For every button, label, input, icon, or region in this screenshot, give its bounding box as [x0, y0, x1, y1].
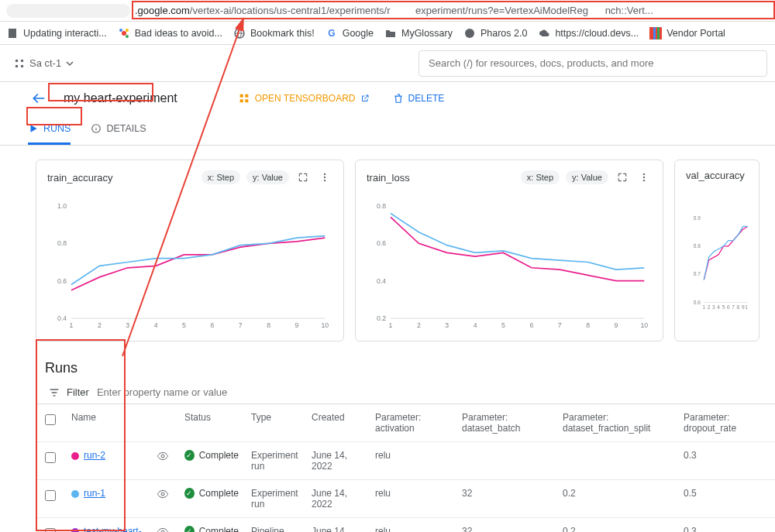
external-link-icon: [360, 94, 370, 103]
svg-text:6: 6: [529, 321, 533, 329]
bookmark-item[interactable]: Vendor Portal: [649, 27, 725, 39]
chart-title: train_loss: [367, 172, 410, 184]
svg-text:0.6: 0.6: [57, 277, 67, 285]
trash-icon: [393, 93, 404, 104]
run-name-link[interactable]: run-2: [84, 450, 105, 461]
svg-point-18: [324, 180, 326, 181]
svg-point-67: [161, 455, 164, 458]
app-bar: Sa ct-1: [0, 45, 775, 82]
param-dropout: 0.3: [677, 442, 773, 480]
svg-point-68: [161, 493, 164, 496]
project-name: Sa ct-1: [29, 57, 61, 69]
table-row: run-1✓CompleteExperiment runJune 14, 202…: [36, 480, 775, 518]
project-selector[interactable]: Sa ct-1: [8, 54, 80, 72]
search-box[interactable]: [418, 50, 767, 77]
filter-input[interactable]: [95, 386, 763, 399]
play-icon: [28, 123, 39, 134]
open-tensorboard-button[interactable]: OPEN TENSORBOARD: [238, 92, 370, 105]
table-row: test-my-heart-experiment-pipeline-run✓Co…: [36, 518, 775, 533]
param-activation: relu: [369, 442, 456, 480]
visibility-icon[interactable]: [157, 454, 169, 465]
svg-text:2: 2: [708, 304, 711, 310]
svg-text:1: 1: [70, 321, 74, 329]
table-header-row: NameStatusTypeCreatedParameter: activati…: [36, 404, 775, 442]
svg-text:2: 2: [417, 321, 421, 329]
column-header[interactable]: Parameter: dataset_batch: [456, 404, 556, 442]
svg-text:2: 2: [98, 321, 102, 329]
bookmark-label: Pharos 2.0: [480, 28, 527, 39]
back-button[interactable]: [28, 88, 50, 109]
fullscreen-icon[interactable]: [295, 170, 311, 185]
column-header[interactable]: [150, 404, 178, 442]
bookmark-label: Bookmark this!: [250, 28, 315, 39]
svg-point-36: [643, 180, 645, 181]
tab-runs[interactable]: RUNS: [28, 115, 71, 145]
svg-point-12: [21, 59, 24, 62]
circle-icon: [463, 27, 476, 39]
bookmark-label: Updating interacti...: [23, 28, 107, 39]
svg-text:9: 9: [615, 321, 618, 329]
run-name-link[interactable]: test-my-heart-experiment-pipeline-run: [71, 526, 142, 532]
bookmark-item[interactable]: Updating interacti...: [6, 27, 107, 39]
run-color-dot: [71, 490, 79, 498]
delete-button[interactable]: DELETE: [393, 92, 445, 105]
row-checkbox[interactable]: [45, 452, 56, 463]
created-cell: June 14, 2022: [305, 518, 369, 533]
row-checkbox[interactable]: [45, 490, 56, 501]
column-header[interactable]: Parameter: dataset_fraction_split: [556, 404, 677, 442]
svg-text:0.8: 0.8: [377, 202, 386, 210]
folder-icon: [384, 27, 397, 39]
column-header[interactable]: Parameter: dropout_rate: [677, 404, 773, 442]
column-header[interactable]: Type: [245, 404, 305, 442]
more-icon[interactable]: [317, 170, 332, 185]
bookmark-item[interactable]: Bookmark this!: [233, 27, 315, 39]
y-axis-pill[interactable]: y: Value: [566, 170, 608, 184]
svg-rect-10: [657, 27, 660, 39]
svg-rect-9: [653, 27, 656, 39]
y-axis-pill[interactable]: y: Value: [246, 170, 289, 184]
svg-text:4: 4: [154, 321, 158, 329]
chevron-down-icon: [66, 60, 74, 67]
column-header[interactable]: Status: [178, 404, 245, 442]
param-batch: 32: [456, 518, 556, 533]
svg-text:10: 10: [321, 321, 329, 329]
filter-row: Filter: [36, 381, 775, 403]
run-name-link[interactable]: run-1: [84, 488, 105, 499]
bookmark-item[interactable]: https://cloud.devs...: [538, 27, 639, 39]
svg-point-16: [324, 173, 326, 175]
run-color-dot: [71, 452, 79, 460]
x-axis-pill[interactable]: x: Step: [202, 170, 240, 184]
bookmark-item[interactable]: GGoogle: [326, 27, 374, 39]
visibility-icon[interactable]: [157, 492, 169, 503]
select-all-checkbox[interactable]: [45, 414, 56, 425]
param-split: 0.2: [556, 480, 677, 518]
experiment-name: my heart-experiment: [64, 91, 177, 105]
param-activation: relu: [369, 480, 456, 518]
bookmark-item[interactable]: Bad ideas to avoid...: [118, 27, 222, 39]
row-checkbox[interactable]: [45, 528, 56, 532]
svg-text:10: 10: [745, 304, 748, 310]
param-activation: relu: [369, 518, 456, 533]
search-input[interactable]: [427, 57, 759, 70]
status-cell: ✓Complete: [184, 526, 239, 532]
bookmark-item[interactable]: Pharos 2.0: [463, 27, 527, 39]
type-cell: Pipeline run: [245, 518, 305, 533]
svg-text:5: 5: [501, 321, 505, 329]
svg-point-35: [643, 177, 645, 178]
tab-details[interactable]: DETAILS: [91, 115, 146, 145]
filter-icon[interactable]: [48, 386, 60, 399]
x-axis-pill[interactable]: x: Step: [521, 170, 560, 184]
tensorboard-icon: [238, 92, 250, 105]
svg-text:1: 1: [389, 321, 393, 329]
column-header[interactable]: Name: [65, 404, 150, 442]
chart-title: val_accuracy: [686, 170, 745, 181]
column-header[interactable]: Created: [305, 404, 369, 442]
fullscreen-icon[interactable]: [615, 170, 630, 185]
svg-text:0.8: 0.8: [57, 239, 67, 247]
bookmark-item[interactable]: MyGlossary: [384, 27, 453, 39]
runs-table: NameStatusTypeCreatedParameter: activati…: [36, 403, 775, 532]
column-header[interactable]: Parameter: activation: [369, 404, 456, 442]
more-icon[interactable]: [636, 170, 652, 185]
column-header[interactable]: [36, 404, 65, 442]
bookmark-label: Google: [343, 28, 374, 39]
